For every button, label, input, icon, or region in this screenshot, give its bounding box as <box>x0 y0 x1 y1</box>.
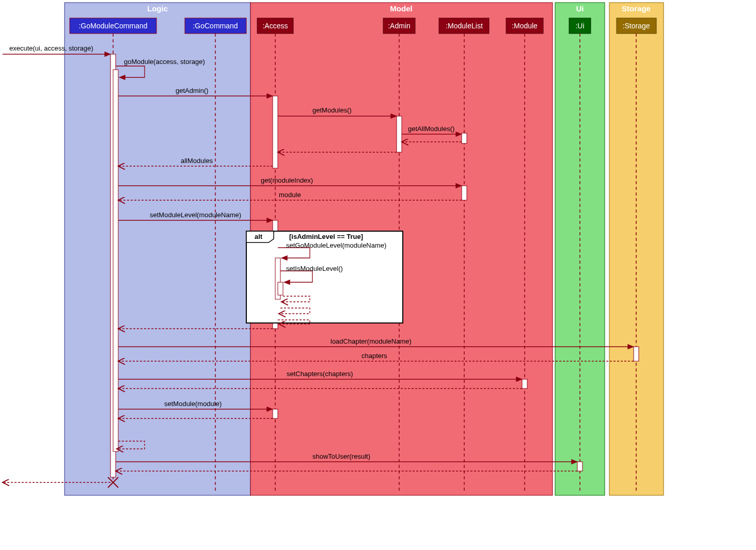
participant-ui-label: :Ui <box>575 22 584 30</box>
participant-goCmd-label: :GoCommand <box>193 22 238 30</box>
pkg-logic: Logic <box>65 3 250 495</box>
participant-admin-label: :Admin <box>388 22 411 30</box>
svg-rect-47 <box>577 462 582 471</box>
participant-goModule-label: :GoModuleCommand <box>78 22 147 30</box>
svg-rect-36 <box>278 282 283 295</box>
msg-getModules-label: getModules() <box>312 106 352 114</box>
alt-tag-label: alt <box>255 233 263 240</box>
pkg-storage-label: Storage <box>622 4 651 13</box>
msg-getIndex-label: get(moduleIndex) <box>261 176 313 184</box>
msg-goModule-label: goModule(access, storage) <box>124 58 205 66</box>
svg-rect-26 <box>462 133 467 143</box>
svg-rect-24 <box>397 116 402 152</box>
msg-setChapters-label: setChapters(chapters) <box>287 370 353 378</box>
alt-cond-label: [isAdminLevel == True] <box>289 233 363 240</box>
sequence-diagram: Logic Model Ui Storage :GoModuleCommand … <box>0 0 756 550</box>
msg-setModuleLevel-label: setModuleLevel(moduleName) <box>150 211 241 219</box>
svg-rect-44 <box>273 409 278 418</box>
svg-rect-0 <box>65 3 250 495</box>
msg-setModule-label: setModule(module) <box>164 400 222 408</box>
pkg-model-label: Model <box>390 4 412 13</box>
msg-getAdmin-label: getAdmin() <box>176 87 209 94</box>
participant-module-label: :Module <box>512 22 538 30</box>
participant-access-label: :Access <box>262 22 288 30</box>
msg-showToUser-label: showToUser(result) <box>312 452 370 460</box>
msg-moduleRet-label: module <box>279 191 301 199</box>
msg-execute-label: execute(ui, access, storage) <box>9 44 93 52</box>
svg-rect-41 <box>522 379 527 389</box>
msg-loadChapter-label: loadChapter(moduleName) <box>330 337 412 345</box>
participant-storage-label: :Storage <box>623 22 650 30</box>
msg-getAllModules-label: getAllModules() <box>408 125 454 133</box>
svg-rect-22 <box>273 96 278 168</box>
act-goModule-inner <box>113 70 118 451</box>
svg-rect-38 <box>634 347 639 361</box>
pkg-logic-label: Logic <box>147 4 168 13</box>
pkg-ui-label: Ui <box>576 4 584 13</box>
participant-modList-label: :ModuleList <box>446 22 483 30</box>
msg-chapters-label: chapters <box>361 352 387 360</box>
svg-rect-30 <box>462 186 467 200</box>
msg-allModules-label: allModules <box>181 157 213 165</box>
msg-setIsModuleLevel-label: setIsModuleLevel() <box>286 265 343 272</box>
msg-setGoModuleLevel-label: setGoModuleLevel(moduleName) <box>286 241 386 249</box>
